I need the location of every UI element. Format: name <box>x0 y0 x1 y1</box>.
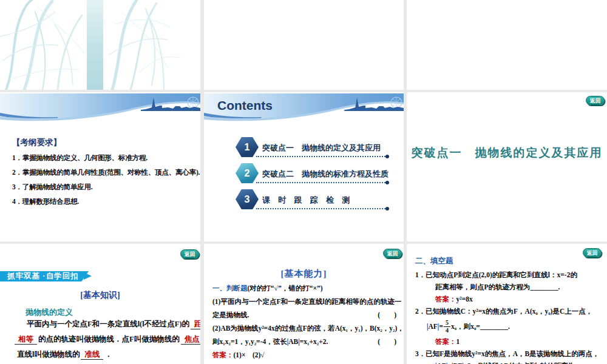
answer-label: 答案： <box>435 295 456 303</box>
outline-item: 1．掌握抛物线的定义、几何图形、标准方程. <box>12 153 195 163</box>
branch-watermark-graphic <box>0 0 200 90</box>
blank-answer: 焦点 <box>181 335 200 345</box>
q1-line-1: (1)平面内与一个定点F和一条定直线l的距离相等的点的轨迹一 <box>212 295 396 308</box>
outline-block: 【考纲要求】 1．掌握抛物线的定义、几何图形、标准方程. 2．掌握抛物线的简单几… <box>12 137 195 212</box>
slide-thumb-blank-1 <box>204 0 404 90</box>
toc-item-1[interactable]: 1 突破点一 抛物线的定义及其应用 <box>236 137 387 157</box>
toc-dotted-leader: 突破点二 抛物线的标准方程及性质 <box>256 165 387 183</box>
toc-list: 1 突破点一 抛物线的定义及其应用 2 突破点二 抛物线的标准方程及性质 3 课… <box>236 137 387 215</box>
q1-line-2: 定是抛物线.( ) <box>212 308 396 322</box>
slide-thumb-fill-blanks: 返回 二、填空题 1．已知动点P到定点(2,0)的距离和它到直线l：x=-2的 … <box>407 244 607 364</box>
answer-paren: ( ) <box>378 308 396 322</box>
toc-item-2[interactable]: 2 突破点二 抛物线的标准方程及性质 <box>236 163 387 183</box>
fq1-answer: 答案：y²=8x <box>415 293 602 305</box>
toc-dotted-leader: 突破点一 抛物线的定义及其应用 <box>256 139 387 157</box>
answer-label: 答案： <box>212 351 234 359</box>
answer-value: (1)× (2)√ <box>234 351 265 359</box>
wave-header-graphic <box>0 92 200 126</box>
blank-answer: 准线 <box>81 350 103 360</box>
fq3-line-1: 3．已知F是抛物线y²=x的焦点，A，B是该抛物线上的两点， <box>415 348 602 360</box>
q2-line-2: 则x₁x₂=1，y₁y₂=-4，弦长|AB|=x₁+x₂+2.( ) <box>212 335 396 348</box>
fill-body: 二、填空题 1．已知动点P到定点(2,0)的距离和它到直线l：x=-2的 距离相… <box>415 255 602 364</box>
text-run: |AF|= <box>427 323 443 330</box>
fq2-line-2: |AF|= 54 x₀，则x₀=________. <box>415 317 602 335</box>
question-type-note: (对的打“√”，错的打“×”) <box>248 285 323 292</box>
definition-line-3: 直线l叫做抛物线的准线． <box>6 347 198 362</box>
toc-dotted-leader: 课 时 跟 踪 检 测 <box>256 191 387 209</box>
fraction-numerator: 5 <box>444 320 450 327</box>
fq1-line-1: 1．已知动点P到定点(2,0)的距离和它到直线l：x=-2的 <box>415 269 602 281</box>
text-run: 定是抛物线. <box>212 308 249 322</box>
answer-label: 答案： <box>435 338 456 345</box>
fq3-line-2-clipped: |AF|+|BF|=3，则线段AB的中点到x轴的距离为 <box>415 360 602 364</box>
fill-heading: 二、填空题 <box>415 255 602 269</box>
toc-item-label: 突破点二 抛物线的标准方程及性质 <box>262 169 388 180</box>
slide-thumb-cover-partial <box>0 0 200 90</box>
definition-line-2: 相等的点的轨迹叫做抛物线．点F叫做抛物线的焦点， <box>6 332 198 347</box>
slide-thumb-basic-knowledge: 返回 抓牢双基 ·自学回扣 [基本知识] 抛物线的定义 平面内与一个定点F和一条… <box>0 244 200 364</box>
fq2-answer: 答案：1 <box>415 335 602 348</box>
slide-thumb-outline: 【考纲要求】 1．掌握抛物线的定义、几何图形、标准方程. 2．掌握抛物线的简单几… <box>0 92 200 241</box>
blank-answer: 距离 <box>191 320 200 329</box>
question-type-label: 一、判断题 <box>212 285 248 292</box>
slide-thumb-basic-ability: 返回 [基本能力] 一、判断题(对的打“√”，错的打“×”) (1)平面内与一个… <box>204 244 404 364</box>
toc-item-label: 突破点一 抛物线的定义及其应用 <box>262 143 381 153</box>
slide-thumb-section-title: 返回 突破点一 抛物线的定义及其应用 <box>407 92 607 241</box>
text-run: x₀，则x₀=________. <box>451 322 510 331</box>
toc-hexagon-badge: 2 <box>236 163 259 183</box>
section-title: 突破点一 抛物线的定义及其应用 <box>407 145 607 161</box>
banner-arrow-icon <box>84 272 92 280</box>
definition-paragraph: 平面内与一个定点F和一条定直线l(l不经过点F)的距离 相等的点的轨迹叫做抛物线… <box>6 317 198 362</box>
outline-heading: 【考纲要求】 <box>12 137 195 148</box>
blank-answer: 相等 <box>15 335 37 345</box>
back-button[interactable]: 返回 <box>586 96 605 105</box>
outline-item: 3．了解抛物线的简单应用. <box>12 183 195 192</box>
toc-hexagon-badge: 3 <box>236 189 259 209</box>
outline-item: 4．理解数形结合思想. <box>12 197 195 206</box>
back-button[interactable]: 返回 <box>383 249 402 258</box>
knowledge-heading: [基本知识] <box>0 290 200 301</box>
contents-title: Contents <box>217 98 273 113</box>
fraction-denominator: 4 <box>446 327 449 334</box>
fraction: 54 <box>444 320 450 334</box>
q2-line-1: (2)AB为抛物线y²=4x的过焦点F的弦，若A(x₁，y₁)，B(x₂，y₂)… <box>212 322 396 335</box>
text-run: 则x₁x₂=1，y₁y₂=-4，弦长|AB|=x₁+x₂+2. <box>212 335 328 348</box>
toc-item-label: 课 时 跟 踪 检 测 <box>262 195 353 206</box>
ability-body: 一、判断题(对的打“√”，错的打“×”) (1)平面内与一个定点F和一条定直线l… <box>212 281 396 362</box>
outline-item: 2．掌握抛物线的简单几何性质(范围、对称性、顶点、离心率). <box>12 168 195 177</box>
text-run: 直线l叫做抛物线的 <box>17 350 80 359</box>
text-run: 的点的轨迹叫做抛物线．点F叫做抛物线的 <box>38 335 180 343</box>
slide-grid: 【考纲要求】 1．掌握抛物线的定义、几何图形、标准方程. 2．掌握抛物线的简单几… <box>0 0 607 364</box>
section-banner: 抓牢双基 ·自学回扣 <box>0 271 89 281</box>
text-run: ． <box>104 350 112 359</box>
answer-value: 1 <box>456 338 460 345</box>
question-type-line: 一、判断题(对的打“√”，错的打“×”) <box>212 281 396 295</box>
text-run: 平面内与一个定点F和一条定直线l(l不经过点F)的 <box>27 320 189 328</box>
toc-item-3[interactable]: 3 课 时 跟 踪 检 测 <box>236 189 387 209</box>
answer-value: y²=8x <box>456 295 473 303</box>
answer-paren: ( ) <box>378 335 396 348</box>
slide-thumb-contents: Contents 1 突破点一 抛物线的定义及其应用 2 突破点二 抛物线的标准… <box>204 92 404 241</box>
slide-thumb-blank-2 <box>407 0 607 90</box>
toc-hexagon-badge: 1 <box>236 137 259 157</box>
ability-heading: [基本能力] <box>204 268 404 280</box>
fq1-line-2: 距离相等，则点P的轨迹方程为________. <box>415 281 602 293</box>
fq2-line-1: 2．已知抛物线C：y²=x的焦点为F，A(x₀，y₀)是C上一点， <box>415 305 602 317</box>
definition-line-1: 平面内与一个定点F和一条定直线l(l不经过点F)的距离 <box>6 317 198 332</box>
answer-line: 答案：(1)× (2)√ <box>212 348 396 362</box>
back-button[interactable]: 返回 <box>180 249 199 258</box>
